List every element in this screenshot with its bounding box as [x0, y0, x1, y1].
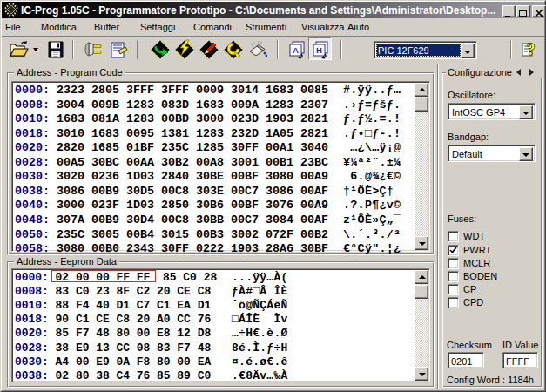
- svg-text:H: H: [316, 45, 322, 55]
- svg-text:?: ?: [527, 40, 536, 58]
- svg-text:A: A: [293, 45, 299, 55]
